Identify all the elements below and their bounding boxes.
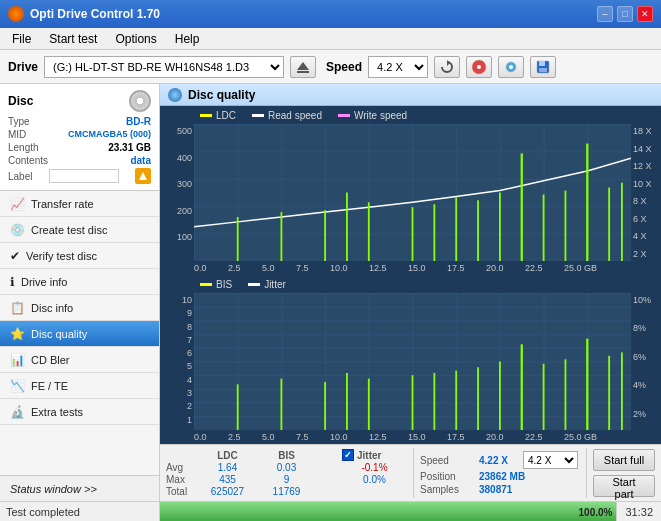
legend-write-speed-color <box>338 114 350 117</box>
position-row: Position 23862 MB <box>420 471 580 482</box>
stats-divider <box>413 448 414 498</box>
menu-help[interactable]: Help <box>167 30 208 48</box>
speed-row: Speed 4.22 X 4.2 X <box>420 451 580 469</box>
window-title: Opti Drive Control 1.70 <box>30 7 160 21</box>
stats-row: LDC BIS ✓ Jitter Avg 1.64 0.03 -0.1% Max… <box>160 444 661 501</box>
progress-bar-container: 100.0% <box>160 502 616 521</box>
start-part-button[interactable]: Start part <box>593 475 655 497</box>
y-axis-right-top: 18 X 14 X 12 X 10 X 8 X 6 X 4 X 2 X <box>631 124 661 261</box>
legend-read-speed: Read speed <box>252 110 322 121</box>
mid-value: CMCMAGBA5 (000) <box>68 129 151 140</box>
drive-info-icon: ℹ <box>10 275 15 289</box>
jitter-checkbox-row: ✓ Jitter <box>342 449 407 461</box>
svg-rect-8 <box>539 61 545 66</box>
menu-start-test[interactable]: Start test <box>41 30 105 48</box>
status-window-button[interactable]: Status window >> <box>0 475 159 501</box>
disc-image <box>129 90 151 112</box>
extra-tests-icon: 🔬 <box>10 405 25 419</box>
svg-point-6 <box>509 65 513 69</box>
mid-label: MID <box>8 129 26 140</box>
minimize-button[interactable]: – <box>597 6 613 22</box>
nav-create-test-disc[interactable]: 💿 Create test disc <box>0 217 159 243</box>
verify-test-disc-icon: ✔ <box>10 249 20 263</box>
x-axis-bottom: 0.0 2.5 5.0 7.5 10.0 12.5 15.0 17.5 20.0… <box>160 430 661 444</box>
sidebar: Disc Type BD-R MID CMCMAGBA5 (000) Lengt… <box>0 84 160 501</box>
nav-extra-tests[interactable]: 🔬 Extra tests <box>0 399 159 425</box>
max-label: Max <box>166 474 196 485</box>
save-button[interactable] <box>530 56 556 78</box>
nav-transfer-rate[interactable]: 📈 Transfer rate <box>0 191 159 217</box>
speed-select-stat[interactable]: 4.2 X <box>523 451 578 469</box>
legend-ldc: LDC <box>200 110 236 121</box>
avg-ldc: 1.64 <box>200 462 255 473</box>
nav-verify-test-disc[interactable]: ✔ Verify test disc <box>0 243 159 269</box>
svg-marker-10 <box>139 172 147 180</box>
speed-value: 4.22 X <box>479 455 519 466</box>
settings-button[interactable] <box>498 56 524 78</box>
y-axis-right-bottom: 10% 8% 6% 4% 2% <box>631 293 661 430</box>
legend-ldc-label: LDC <box>216 110 236 121</box>
disc-quality-icon: ⭐ <box>10 327 25 341</box>
svg-marker-0 <box>297 62 309 70</box>
svg-marker-2 <box>447 60 450 66</box>
bis-header: BIS <box>259 450 314 461</box>
cd-bler-icon: 📊 <box>10 353 25 367</box>
samples-label: Samples <box>420 484 475 495</box>
avg-label: Avg <box>166 462 196 473</box>
time-display: 31:32 <box>616 502 661 521</box>
maximize-button[interactable]: □ <box>617 6 633 22</box>
bottom-legend: BIS Jitter <box>160 275 661 293</box>
menu-file[interactable]: File <box>4 30 39 48</box>
content-area: Disc quality LDC Read speed Write speed <box>160 84 661 501</box>
nav-cd-bler[interactable]: 📊 CD Bler <box>0 347 159 373</box>
position-label: Position <box>420 471 475 482</box>
type-label: Type <box>8 116 30 127</box>
max-bis: 9 <box>259 474 314 485</box>
menu-options[interactable]: Options <box>107 30 164 48</box>
disc-icon-button[interactable] <box>466 56 492 78</box>
bottom-chart: 10 9 8 7 6 5 4 3 2 1 <box>160 293 661 430</box>
eject-button[interactable] <box>290 56 316 78</box>
toolbar: Drive (G:) HL-DT-ST BD-RE WH16NS48 1.D3 … <box>0 50 661 84</box>
legend-write-speed-label: Write speed <box>354 110 407 121</box>
menu-bar: File Start test Options Help <box>0 28 661 50</box>
nav-disc-quality-label: Disc quality <box>31 328 87 340</box>
refresh-button[interactable] <box>434 56 460 78</box>
disc-info-panel: Disc Type BD-R MID CMCMAGBA5 (000) Lengt… <box>0 84 159 191</box>
nav-disc-quality[interactable]: ⭐ Disc quality <box>0 321 159 347</box>
chart-title: Disc quality <box>188 88 255 102</box>
length-label: Length <box>8 142 39 153</box>
total-ldc: 625027 <box>200 486 255 497</box>
bottom-chart-svg <box>194 293 631 430</box>
legend-read-speed-label: Read speed <box>268 110 322 121</box>
disc-section-label: Disc <box>8 94 33 108</box>
contents-label: Contents <box>8 155 48 166</box>
x-axis-top: 0.0 2.5 5.0 7.5 10.0 12.5 15.0 17.5 20.0… <box>160 261 661 275</box>
app-icon <box>8 6 24 22</box>
legend-ldc-color <box>200 114 212 117</box>
speed-pos-block: Speed 4.22 X 4.2 X Position 23862 MB Sam… <box>420 451 580 495</box>
nav-disc-info[interactable]: 📋 Disc info <box>0 295 159 321</box>
start-full-button[interactable]: Start full <box>593 449 655 471</box>
nav-extra-tests-label: Extra tests <box>31 406 83 418</box>
max-jitter: 0.0% <box>342 474 407 485</box>
y-axis-left-top: 500 400 300 200 100 <box>160 124 194 261</box>
status-bar: Test completed 100.0% 31:32 <box>0 501 661 521</box>
legend-bis-label: BIS <box>216 279 232 290</box>
top-legend: LDC Read speed Write speed <box>160 106 661 124</box>
progress-text: 100.0% <box>579 506 613 517</box>
speed-label-stat: Speed <box>420 455 475 466</box>
position-value: 23862 MB <box>479 471 525 482</box>
jitter-checkbox[interactable]: ✓ <box>342 449 354 461</box>
legend-write-speed: Write speed <box>338 110 407 121</box>
drive-select[interactable]: (G:) HL-DT-ST BD-RE WH16NS48 1.D3 <box>44 56 284 78</box>
nav-drive-info[interactable]: ℹ Drive info <box>0 269 159 295</box>
y-axis-left-bottom: 10 9 8 7 6 5 4 3 2 1 <box>160 293 194 430</box>
speed-select[interactable]: 4.2 X <box>368 56 428 78</box>
nav-cd-bler-label: CD Bler <box>31 354 70 366</box>
legend-jitter-label: Jitter <box>264 279 286 290</box>
disc-info-icon: 📋 <box>10 301 25 315</box>
nav-fe-te[interactable]: 📉 FE / TE <box>0 373 159 399</box>
avg-bis: 0.03 <box>259 462 314 473</box>
close-button[interactable]: ✕ <box>637 6 653 22</box>
